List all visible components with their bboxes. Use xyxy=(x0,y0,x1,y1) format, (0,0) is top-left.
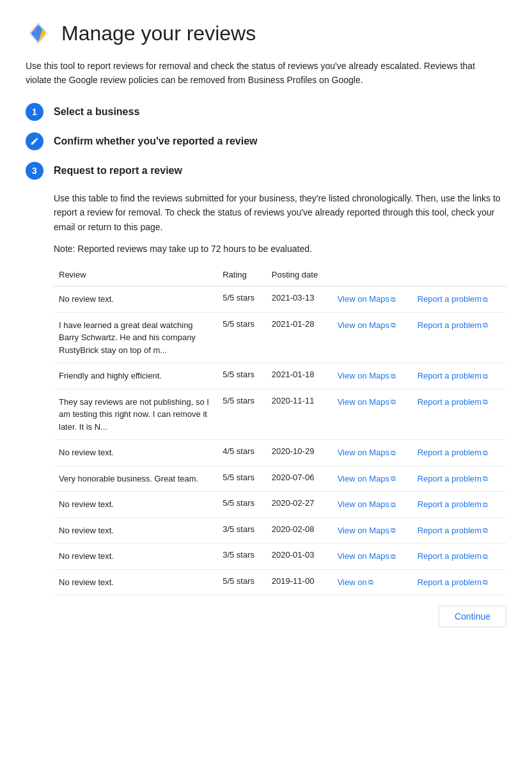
report-problem-link[interactable]: Report a problem ⧉ xyxy=(418,576,488,589)
rating-cell: 5/5 stars xyxy=(217,389,267,440)
report-problem-cell[interactable]: Report a problem ⧉ xyxy=(412,389,506,440)
review-text-cell: No review text. xyxy=(54,544,217,570)
table-header-row: Review Rating Posting date xyxy=(54,263,506,286)
page-description: Use this tool to report reviews for remo… xyxy=(26,59,499,88)
view-maps-cell[interactable]: View on ⧉ xyxy=(332,569,412,595)
date-cell: 2020-11-11 xyxy=(267,389,332,440)
report-problem-link[interactable]: Report a problem ⧉ xyxy=(418,498,488,511)
report-problem-cell[interactable]: Report a problem ⧉ xyxy=(412,363,506,389)
report-problem-link[interactable]: Report a problem ⧉ xyxy=(418,446,488,459)
review-text-cell: No review text. xyxy=(54,440,217,466)
review-text-cell: No review text. xyxy=(54,492,217,518)
rating-cell: 5/5 stars xyxy=(217,466,267,492)
review-text-cell: They say reviews are not publishing, so … xyxy=(54,389,217,440)
svg-marker-1 xyxy=(35,24,42,42)
view-maps-cell[interactable]: View on Maps ⧉ xyxy=(332,544,412,570)
date-cell: 2020-10-29 xyxy=(267,440,332,466)
report-problem-cell[interactable]: Report a problem ⧉ xyxy=(412,517,506,544)
external-link-icon: ⧉ xyxy=(391,551,396,562)
view-on-maps-link[interactable]: View on Maps ⧉ xyxy=(338,498,396,511)
step-3-label: Request to report a review xyxy=(54,162,182,180)
view-on-maps-link[interactable]: View on Maps ⧉ xyxy=(338,319,396,332)
review-text-cell: No review text. xyxy=(54,569,217,595)
report-problem-cell[interactable]: Report a problem ⧉ xyxy=(412,312,506,363)
report-problem-link[interactable]: Report a problem ⧉ xyxy=(418,370,488,382)
report-problem-cell[interactable]: Report a problem ⧉ xyxy=(412,544,506,570)
external-link-icon-report: ⧉ xyxy=(483,577,488,588)
google-maps-icon xyxy=(26,20,51,46)
continue-btn-row: Continue xyxy=(54,606,506,627)
view-maps-cell[interactable]: View on Maps ⧉ xyxy=(332,440,412,466)
report-problem-link[interactable]: Report a problem ⧉ xyxy=(418,293,488,306)
external-link-icon-report: ⧉ xyxy=(483,371,488,382)
table-row: Very honorable business. Great team. 5/5… xyxy=(54,466,506,492)
table-row: No review text. 5/5 stars 2019-11-00 Vie… xyxy=(54,569,506,595)
step-1-label: Select a business xyxy=(54,103,139,121)
view-maps-cell[interactable]: View on Maps ⧉ xyxy=(332,466,412,492)
page-title: Manage your reviews xyxy=(61,22,256,45)
external-link-icon: ⧉ xyxy=(391,294,396,305)
review-text-cell: No review text. xyxy=(54,517,217,544)
date-cell: 2020-02-27 xyxy=(267,492,332,518)
report-problem-link[interactable]: Report a problem ⧉ xyxy=(418,524,488,537)
table-row: They say reviews are not publishing, so … xyxy=(54,389,506,440)
table-row: No review text. 3/5 stars 2020-02-08 Vie… xyxy=(54,517,506,544)
review-text-cell: No review text. xyxy=(54,286,217,313)
date-cell: 2021-01-28 xyxy=(267,312,332,363)
external-link-icon: ⧉ xyxy=(391,473,396,484)
col-report xyxy=(412,263,506,286)
step-2: Confirm whether you've reported a review xyxy=(26,132,506,150)
report-problem-link[interactable]: Report a problem ⧉ xyxy=(418,550,488,563)
step-1-badge: 1 xyxy=(26,103,43,121)
view-maps-cell[interactable]: View on Maps ⧉ xyxy=(332,363,412,389)
view-on-maps-link[interactable]: View on ⧉ xyxy=(338,576,373,589)
page-header: Manage your reviews xyxy=(26,20,506,46)
table-row: No review text. 3/5 stars 2020-01-03 Vie… xyxy=(54,544,506,570)
report-problem-cell[interactable]: Report a problem ⧉ xyxy=(412,286,506,313)
step3-note: Note: Reported reviews may take up to 72… xyxy=(54,242,501,256)
view-on-maps-link[interactable]: View on Maps ⧉ xyxy=(338,473,396,485)
view-on-maps-link[interactable]: View on Maps ⧉ xyxy=(338,550,396,563)
external-link-icon-report: ⧉ xyxy=(483,448,488,458)
date-cell: 2020-02-08 xyxy=(267,517,332,544)
report-problem-cell[interactable]: Report a problem ⧉ xyxy=(412,466,506,492)
view-maps-cell[interactable]: View on Maps ⧉ xyxy=(332,389,412,440)
view-on-maps-link[interactable]: View on Maps ⧉ xyxy=(338,370,396,382)
report-problem-link[interactable]: Report a problem ⧉ xyxy=(418,319,488,332)
step-2-badge xyxy=(26,132,43,150)
external-link-icon: ⧉ xyxy=(391,525,396,536)
table-row: I have learned a great deal watching Bar… xyxy=(54,312,506,363)
continue-button[interactable]: Continue xyxy=(439,606,506,627)
date-cell: 2021-03-13 xyxy=(267,286,332,313)
view-on-maps-link[interactable]: View on Maps ⧉ xyxy=(338,524,396,537)
col-rating: Rating xyxy=(217,263,267,286)
step3-description: Use this table to find the reviews submi… xyxy=(54,191,501,234)
view-on-maps-link[interactable]: View on Maps ⧉ xyxy=(338,446,396,459)
col-view xyxy=(332,263,412,286)
report-problem-link[interactable]: Report a problem ⧉ xyxy=(418,473,488,485)
view-maps-cell[interactable]: View on Maps ⧉ xyxy=(332,312,412,363)
review-text-cell: I have learned a great deal watching Bar… xyxy=(54,312,217,363)
rating-cell: 3/5 stars xyxy=(217,544,267,570)
date-cell: 2020-01-03 xyxy=(267,544,332,570)
rating-cell: 5/5 stars xyxy=(217,569,267,595)
rating-cell: 5/5 stars xyxy=(217,312,267,363)
report-problem-link[interactable]: Report a problem ⧉ xyxy=(418,396,488,409)
view-maps-cell[interactable]: View on Maps ⧉ xyxy=(332,517,412,544)
view-maps-cell[interactable]: View on Maps ⧉ xyxy=(332,286,412,313)
table-row: No review text. 5/5 stars 2021-03-13 Vie… xyxy=(54,286,506,313)
external-link-icon-report: ⧉ xyxy=(483,499,488,510)
table-row: No review text. 5/5 stars 2020-02-27 Vie… xyxy=(54,492,506,518)
report-problem-cell[interactable]: Report a problem ⧉ xyxy=(412,440,506,466)
report-problem-cell[interactable]: Report a problem ⧉ xyxy=(412,569,506,595)
view-on-maps-link[interactable]: View on Maps ⧉ xyxy=(338,293,396,306)
date-cell: 2019-11-00 xyxy=(267,569,332,595)
view-on-maps-link[interactable]: View on Maps ⧉ xyxy=(338,396,396,409)
report-problem-cell[interactable]: Report a problem ⧉ xyxy=(412,492,506,518)
pencil-icon xyxy=(30,137,39,146)
step-3: 3 Request to report a review xyxy=(26,162,506,180)
external-link-icon: ⧉ xyxy=(368,577,373,588)
view-maps-cell[interactable]: View on Maps ⧉ xyxy=(332,492,412,518)
step-2-label: Confirm whether you've reported a review xyxy=(54,132,258,150)
rating-cell: 5/5 stars xyxy=(217,363,267,389)
